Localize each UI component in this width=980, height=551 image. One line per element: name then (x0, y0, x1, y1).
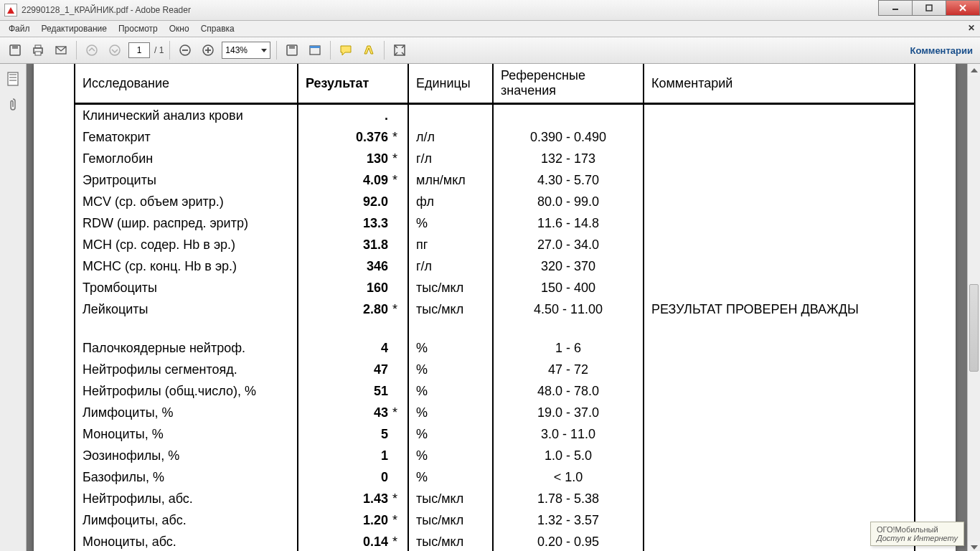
cell-comment (644, 402, 914, 423)
table-row: Нейтрофилы, абс.1.43*тыс/мкл1.78 - 5.38 (75, 488, 914, 509)
cell-result: 2.80 (298, 298, 391, 320)
cell-result: 92.0 (298, 191, 391, 212)
menu-file[interactable]: Файл (3, 22, 36, 35)
table-row: Тромбоциты160тыс/мкл150 - 400 (75, 277, 914, 298)
scroll-up-arrow[interactable] (968, 64, 980, 76)
tool-save-copy-button[interactable] (281, 39, 303, 61)
page-down-button[interactable] (104, 39, 126, 61)
zoom-out-button[interactable] (174, 39, 196, 61)
cell-result: 346 (298, 255, 391, 277)
highlight-button[interactable] (358, 39, 380, 61)
table-row: Лейкоциты2.80*тыс/мкл4.50 - 11.00РЕЗУЛЬТ… (75, 298, 914, 320)
toolbar: 1 / 1 143% Комментарии (0, 37, 980, 64)
cell-result: 13.3 (298, 212, 391, 234)
cell-flag: * (391, 531, 408, 551)
scroll-track[interactable] (968, 76, 980, 541)
header-units: Единицы (408, 64, 493, 104)
table-row: Эритроциты4.09*млн/мкл4.30 - 5.70 (75, 169, 914, 191)
cell-units: % (408, 423, 493, 445)
zoom-select[interactable]: 143% (222, 42, 270, 59)
notif-line1: ОГО!Мобильный (877, 525, 958, 534)
cell-result: 160 (298, 277, 391, 298)
svg-rect-24 (9, 74, 17, 75)
attachments-tab[interactable] (4, 95, 22, 114)
svg-rect-1 (926, 5, 932, 11)
svg-point-11 (110, 45, 120, 55)
email-button[interactable] (50, 39, 72, 61)
navigation-pane (0, 64, 27, 551)
table-row: MCHC (ср. конц. Hb в эр.)346г/л320 - 370 (75, 255, 914, 277)
menu-edit[interactable]: Редактирование (36, 22, 113, 35)
page-number-input[interactable]: 1 (128, 42, 150, 58)
cell-units: % (408, 466, 493, 488)
document-area[interactable]: Исследование Результат Единицы Референсн… (27, 64, 980, 551)
cell-flag (391, 423, 408, 445)
cell-units: г/л (408, 255, 493, 277)
cell-flag (391, 337, 408, 359)
read-mode-button[interactable] (389, 39, 410, 61)
svg-rect-26 (9, 80, 17, 81)
header-result: Результат (298, 64, 408, 104)
zoom-in-button[interactable] (197, 39, 219, 61)
cell-comment (644, 466, 914, 488)
cell-study: MCH (ср. содер. Hb в эр.) (75, 234, 298, 255)
svg-rect-18 (289, 45, 295, 49)
comment-bubble-button[interactable] (335, 39, 357, 61)
cell-flag (391, 212, 408, 234)
cell-units: г/л (408, 148, 493, 169)
cell-flag: * (391, 126, 408, 148)
cell-units: л/л (408, 126, 493, 148)
cell-result: 4 (298, 337, 391, 359)
minimize-button[interactable] (878, 0, 913, 16)
cell-study: Лимфоциты, % (75, 402, 298, 423)
menu-help[interactable]: Справка (195, 22, 240, 35)
cell-study: Лейкоциты (75, 298, 298, 320)
cell-units: тыс/мкл (408, 488, 493, 509)
cell-result: 43 (298, 402, 391, 423)
table-row: Моноциты, абс.0.14*тыс/мкл0.20 - 0.95 (75, 531, 914, 551)
cell-result: 4.09 (298, 169, 391, 191)
cell-reference: 4.50 - 11.00 (493, 298, 644, 320)
cell-units: % (408, 337, 493, 359)
network-notification[interactable]: ОГО!Мобильный Доступ к Интернету (870, 522, 964, 546)
menu-view[interactable]: Просмотр (113, 22, 164, 35)
comments-panel-link[interactable]: Комментарии (910, 37, 973, 63)
svg-marker-21 (364, 46, 373, 54)
table-row: Гемоглобин130*г/л132 - 173 (75, 148, 914, 169)
scroll-down-arrow[interactable] (968, 541, 980, 551)
table-row: Клинический анализ крови. (75, 104, 914, 127)
scroll-thumb[interactable] (969, 284, 979, 372)
maximize-button[interactable] (912, 0, 946, 16)
close-button[interactable] (946, 0, 980, 16)
document-close-icon[interactable]: ✕ (966, 22, 977, 34)
cell-result: 0.376 (298, 126, 391, 148)
save-button[interactable] (4, 39, 26, 61)
cell-reference: 132 - 173 (493, 148, 644, 169)
cell-comment (644, 380, 914, 402)
menu-window[interactable]: Окно (164, 22, 195, 35)
cell-reference: 19.0 - 37.0 (493, 402, 644, 423)
cell-reference: 4.30 - 5.70 (493, 169, 644, 191)
table-row: RDW (шир. распред. эритр)13.3%11.6 - 14.… (75, 212, 914, 234)
cell-flag (391, 255, 408, 277)
cell-study: MCV (ср. объем эритр.) (75, 191, 298, 212)
cell-study: Палочкоядерные нейтроф. (75, 337, 298, 359)
tool-snapshot-button[interactable] (304, 39, 326, 61)
cell-study: Тромбоциты (75, 277, 298, 298)
cell-study: Клинический анализ крови (75, 104, 298, 127)
page-up-button[interactable] (81, 39, 103, 61)
cell-comment (644, 148, 914, 169)
vertical-scrollbar[interactable] (967, 64, 980, 551)
print-button[interactable] (27, 39, 49, 61)
header-reference: Референсные значения (493, 64, 644, 104)
cell-result: 47 (298, 359, 391, 380)
cell-result: 0.14 (298, 531, 391, 551)
thumbnails-tab[interactable] (4, 70, 22, 88)
cell-comment (644, 126, 914, 148)
cell-flag (391, 380, 408, 402)
window-titlebar: 22990128_1_КРАЙНИК.pdf - Adobe Reader (0, 0, 980, 21)
table-row: Моноциты, %5%3.0 - 11.0 (75, 423, 914, 445)
cell-units: % (408, 402, 493, 423)
cell-units: млн/мкл (408, 169, 493, 191)
cell-comment (644, 423, 914, 445)
